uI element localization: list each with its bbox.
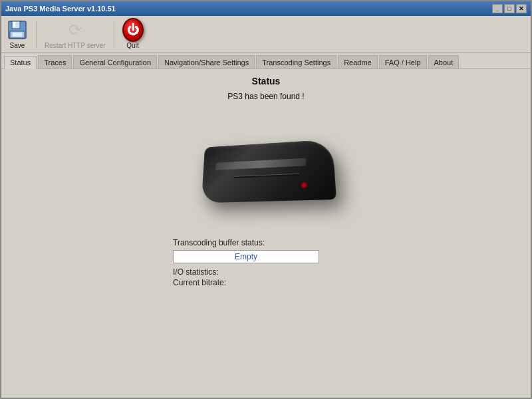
save-toolbar-item[interactable]: Save <box>7 19 28 49</box>
status-info: Transcoding buffer status: Empty I/O sta… <box>173 238 359 287</box>
tab-about[interactable]: About <box>428 55 460 68</box>
main-content: Status PS3 has been found ! Transcoding … <box>1 69 531 398</box>
quit-label: Quit <box>126 42 138 49</box>
window-title: Java PS3 Media Server v1.10.51 <box>5 5 116 13</box>
restart-toolbar-item: ⟳ Restart HTTP server <box>45 19 106 49</box>
ps3-power-button <box>301 182 307 188</box>
tab-navigation[interactable]: Navigation/Share Settings <box>158 55 255 68</box>
tab-transcoding[interactable]: Transcoding Settings <box>256 55 336 68</box>
io-label: I/O statistics: <box>173 267 359 277</box>
power-button-icon: ⏻ <box>122 18 144 42</box>
close-button[interactable]: ✕ <box>516 4 527 13</box>
main-window: Java PS3 Media Server v1.10.51 _ □ ✕ Sav… <box>0 0 532 399</box>
svg-rect-2 <box>13 22 15 27</box>
toolbar: Save ⟳ Restart HTTP server ⏻ Quit <box>1 16 531 53</box>
buffer-label: Transcoding buffer status: <box>173 238 359 247</box>
tab-status[interactable]: Status <box>4 56 37 69</box>
title-bar-buttons: _ □ ✕ <box>492 4 527 13</box>
toolbar-separator-1 <box>36 21 37 48</box>
title-bar: Java PS3 Media Server v1.10.51 _ □ ✕ <box>1 1 531 16</box>
buffer-value: Empty <box>173 250 319 263</box>
toolbar-separator-2 <box>114 21 114 48</box>
tabs-bar: Status Traces General Configuration Navi… <box>1 53 531 69</box>
status-panel: Status PS3 has been found ! Transcoding … <box>8 76 524 287</box>
svg-rect-1 <box>12 21 20 29</box>
tab-general[interactable]: General Configuration <box>73 55 157 68</box>
restart-label: Restart HTTP server <box>45 42 106 49</box>
quit-toolbar-item[interactable]: ⏻ Quit <box>122 19 144 49</box>
tab-faq[interactable]: FAQ / Help <box>379 55 427 68</box>
tab-traces[interactable]: Traces <box>38 55 72 68</box>
ps3-disc-slot <box>234 173 300 178</box>
maximize-button[interactable]: □ <box>504 4 515 13</box>
quit-icon: ⏻ <box>122 19 144 41</box>
save-label: Save <box>10 42 25 49</box>
ps3-body <box>201 139 336 203</box>
bitrate-label: Current bitrate: <box>173 278 359 287</box>
save-icon <box>7 19 28 41</box>
ps3-illustration <box>193 118 339 225</box>
section-title: Status <box>252 76 281 86</box>
ps3-stripe <box>215 158 307 170</box>
ps3-found-message: PS3 has been found ! <box>227 92 304 101</box>
svg-rect-4 <box>13 33 22 37</box>
tab-readme[interactable]: Readme <box>338 55 378 68</box>
restart-icon: ⟳ <box>65 19 86 41</box>
minimize-button[interactable]: _ <box>492 4 503 13</box>
